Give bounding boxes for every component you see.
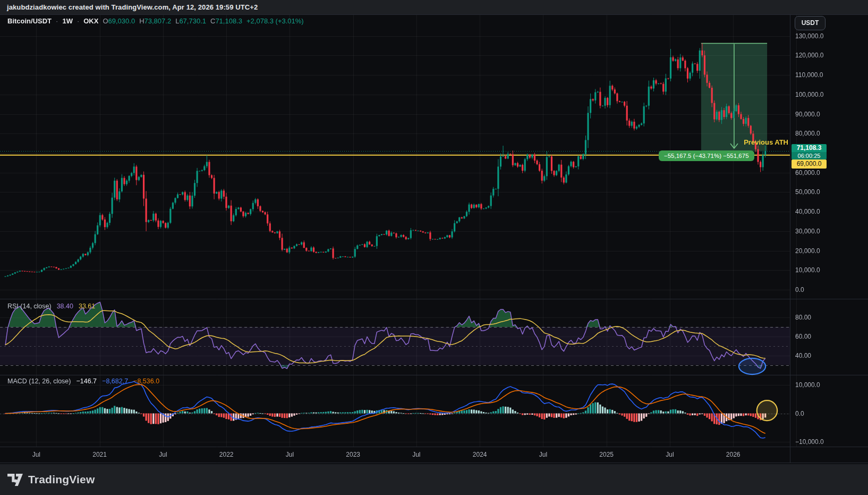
axis-tick-label: 80,000.0 <box>795 130 820 137</box>
high-key: H <box>139 17 144 25</box>
time-scale[interactable]: Jul2021Jul2022Jul2023Jul2024Jul2025Jul20… <box>0 447 792 463</box>
axis-tick-label: −10,000.0 <box>795 438 824 446</box>
last-price-label: 71,108.3 06:00:25 <box>792 144 827 160</box>
axis-tick-label: 60.00 <box>795 333 811 340</box>
currency-toggle-button[interactable]: USDT <box>795 16 826 30</box>
time-tick-label: 2024 <box>473 451 487 458</box>
separator-dot: · <box>56 17 58 25</box>
axis-tick-label: 30,000.0 <box>795 228 820 235</box>
axis-tick-label: 40.00 <box>795 352 811 359</box>
macd-hist-value: −146.7 <box>76 377 97 385</box>
time-tick-label: 2025 <box>599 451 614 458</box>
axis-tick-label: 130,000.0 <box>795 32 823 40</box>
close-key: C <box>210 17 215 25</box>
rsi-ma-value: 33.61 <box>79 303 95 310</box>
last-price-value: 71,108.3 <box>792 144 827 152</box>
low-value: 67,730.1 <box>179 17 206 25</box>
symbol-status-row: Bitcoin/USDT · 1W · OKX O69,030.0 H73,80… <box>7 17 304 25</box>
macd-status-row: MACD (12, 26, close) −146.7 −8,682.7 −8,… <box>7 377 159 385</box>
footer-bar: TradingView <box>0 464 868 495</box>
time-tick-label: Jul <box>539 451 547 458</box>
macd-title[interactable]: MACD (12, 26, close) <box>7 377 71 385</box>
axis-tick-label: 60,000.0 <box>795 169 820 177</box>
axis-tick-label: 20,000.0 <box>795 247 820 255</box>
tradingview-wordmark: TradingView <box>28 473 95 486</box>
close-value: 71,108.3 <box>215 17 242 25</box>
rsi-value: 38.40 <box>57 303 73 310</box>
axis-tick-label: 10,000.0 <box>795 381 820 389</box>
axis-tick-label: 50,000.0 <box>795 188 820 196</box>
open-key: O <box>103 17 108 25</box>
time-tick-label: Jul <box>666 451 674 458</box>
rsi-status-row: RSI (14, close) 38.40 33.61 <box>7 303 95 310</box>
axis-tick-label: 10,000.0 <box>795 266 820 274</box>
time-tick-label: Jul <box>32 451 40 458</box>
attribution-text: jakubdziadkowiec created with TradingVie… <box>7 3 258 11</box>
time-tick-label: 2022 <box>219 451 234 458</box>
tradingview-logo-icon <box>7 474 23 486</box>
time-tick-label: Jul <box>286 451 294 458</box>
bar-countdown: 06:00:25 <box>792 152 827 160</box>
axis-tick-label: 110,000.0 <box>795 71 823 79</box>
rsi-title[interactable]: RSI (14, close) <box>7 303 52 310</box>
time-tick-label: 2023 <box>346 451 360 458</box>
time-tick-label: 2021 <box>92 451 107 458</box>
axis-tick-label: 80.00 <box>795 314 811 321</box>
axis-tick-label: 0.0 <box>795 286 804 293</box>
axis-tick-label: 0.0 <box>795 410 804 417</box>
price-scale[interactable]: USDT 130,000.0120,000.0110,000.0100,000.… <box>790 14 868 463</box>
axis-tick-label: 40,000.0 <box>795 208 820 215</box>
previous-ath-label[interactable]: Previous ATH <box>680 138 788 146</box>
axis-tick-label: 90,000.0 <box>795 111 820 118</box>
chart-base-canvas[interactable] <box>0 0 868 495</box>
attribution-bar: jakubdziadkowiec created with TradingVie… <box>0 0 868 14</box>
ath-level-label: 69,000.0 <box>792 160 827 169</box>
open-value: 69,030.0 <box>108 17 135 25</box>
symbol-title[interactable]: Bitcoin/USDT <box>7 17 52 25</box>
interval-label[interactable]: 1W <box>62 17 73 25</box>
measurement-label[interactable]: −55,167.5 (−43.71%) −551,675 <box>659 150 754 161</box>
time-tick-label: Jul <box>412 451 420 458</box>
high-value: 73,807.2 <box>144 17 172 25</box>
time-tick-label: Jul <box>159 451 167 458</box>
axis-tick-label: 120,000.0 <box>795 52 823 59</box>
time-tick-label: 2026 <box>726 451 741 458</box>
separator-dot: · <box>77 17 79 25</box>
macd-signal-value: −8,536.0 <box>133 377 159 385</box>
tradingview-logo[interactable]: TradingView <box>7 473 95 486</box>
change-value: +2,078.3 (+3.01%) <box>246 17 304 25</box>
macd-line-value: −8,682.7 <box>102 377 128 385</box>
exchange-label: OKX <box>83 17 98 25</box>
axis-tick-label: 100,000.0 <box>795 91 823 98</box>
